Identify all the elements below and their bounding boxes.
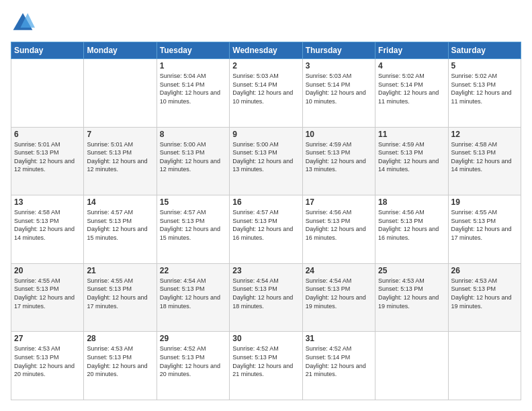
calendar-cell: 4Sunrise: 5:02 AM Sunset: 5:14 PM Daylig… bbox=[375, 59, 448, 128]
calendar-cell: 9Sunrise: 5:00 AM Sunset: 5:13 PM Daylig… bbox=[230, 127, 302, 195]
day-number: 12 bbox=[451, 130, 518, 139]
day-info: Sunrise: 4:54 AM Sunset: 5:13 PM Dayligh… bbox=[306, 277, 372, 310]
week-row-1: 1Sunrise: 5:04 AM Sunset: 5:14 PM Daylig… bbox=[11, 59, 521, 128]
calendar-cell: 7Sunrise: 5:01 AM Sunset: 5:13 PM Daylig… bbox=[84, 127, 157, 195]
day-info: Sunrise: 4:56 AM Sunset: 5:13 PM Dayligh… bbox=[378, 208, 445, 242]
day-number: 9 bbox=[232, 130, 299, 139]
day-info: Sunrise: 4:54 AM Sunset: 5:13 PM Dayligh… bbox=[232, 277, 299, 310]
day-number: 7 bbox=[87, 130, 153, 139]
day-info: Sunrise: 4:58 AM Sunset: 5:13 PM Dayligh… bbox=[451, 140, 518, 174]
day-number: 5 bbox=[451, 61, 518, 71]
calendar-cell: 25Sunrise: 4:53 AM Sunset: 5:13 PM Dayli… bbox=[375, 263, 448, 332]
day-number: 29 bbox=[160, 334, 226, 343]
calendar-cell bbox=[448, 332, 521, 400]
day-number: 8 bbox=[160, 130, 226, 139]
week-row-4: 20Sunrise: 4:55 AM Sunset: 5:13 PM Dayli… bbox=[11, 263, 521, 332]
calendar-cell: 26Sunrise: 4:53 AM Sunset: 5:13 PM Dayli… bbox=[448, 263, 521, 332]
day-info: Sunrise: 4:54 AM Sunset: 5:13 PM Dayligh… bbox=[160, 277, 226, 310]
day-info: Sunrise: 4:55 AM Sunset: 5:13 PM Dayligh… bbox=[14, 277, 81, 310]
calendar-cell: 23Sunrise: 4:54 AM Sunset: 5:13 PM Dayli… bbox=[230, 263, 302, 332]
day-info: Sunrise: 4:53 AM Sunset: 5:13 PM Dayligh… bbox=[451, 277, 518, 310]
calendar: SundayMondayTuesdayWednesdayThursdayFrid… bbox=[11, 42, 521, 400]
day-number: 4 bbox=[378, 61, 445, 71]
calendar-cell bbox=[375, 332, 448, 400]
calendar-cell: 10Sunrise: 4:59 AM Sunset: 5:13 PM Dayli… bbox=[302, 127, 375, 195]
day-info: Sunrise: 4:53 AM Sunset: 5:13 PM Dayligh… bbox=[378, 277, 445, 310]
day-number: 15 bbox=[160, 197, 226, 207]
day-number: 1 bbox=[160, 61, 226, 71]
weekday-header-friday: Friday bbox=[375, 42, 448, 59]
calendar-cell: 29Sunrise: 4:52 AM Sunset: 5:13 PM Dayli… bbox=[157, 332, 229, 400]
calendar-cell: 6Sunrise: 5:01 AM Sunset: 5:13 PM Daylig… bbox=[11, 127, 84, 195]
day-info: Sunrise: 4:52 AM Sunset: 5:13 PM Dayligh… bbox=[160, 345, 226, 378]
weekday-header-wednesday: Wednesday bbox=[230, 42, 302, 59]
day-number: 31 bbox=[306, 334, 372, 343]
calendar-cell bbox=[84, 59, 157, 128]
day-number: 28 bbox=[87, 334, 153, 343]
calendar-cell: 19Sunrise: 4:55 AM Sunset: 5:13 PM Dayli… bbox=[448, 195, 521, 264]
day-info: Sunrise: 4:53 AM Sunset: 5:13 PM Dayligh… bbox=[87, 345, 153, 378]
calendar-cell: 22Sunrise: 4:54 AM Sunset: 5:13 PM Dayli… bbox=[157, 263, 229, 332]
calendar-cell: 8Sunrise: 5:00 AM Sunset: 5:13 PM Daylig… bbox=[157, 127, 229, 195]
calendar-cell: 28Sunrise: 4:53 AM Sunset: 5:13 PM Dayli… bbox=[84, 332, 157, 400]
day-info: Sunrise: 5:03 AM Sunset: 5:14 PM Dayligh… bbox=[232, 72, 299, 105]
calendar-cell: 31Sunrise: 4:52 AM Sunset: 5:14 PM Dayli… bbox=[302, 332, 375, 400]
day-number: 22 bbox=[160, 266, 226, 275]
day-info: Sunrise: 4:58 AM Sunset: 5:13 PM Dayligh… bbox=[14, 208, 81, 242]
calendar-cell: 30Sunrise: 4:52 AM Sunset: 5:13 PM Dayli… bbox=[230, 332, 302, 400]
day-info: Sunrise: 4:59 AM Sunset: 5:13 PM Dayligh… bbox=[378, 140, 445, 174]
day-info: Sunrise: 5:00 AM Sunset: 5:13 PM Dayligh… bbox=[160, 140, 226, 174]
day-info: Sunrise: 5:03 AM Sunset: 5:14 PM Dayligh… bbox=[306, 72, 372, 105]
day-number: 20 bbox=[14, 266, 81, 275]
day-number: 13 bbox=[14, 197, 81, 207]
day-info: Sunrise: 5:02 AM Sunset: 5:14 PM Dayligh… bbox=[378, 72, 445, 105]
weekday-header-sunday: Sunday bbox=[11, 42, 84, 59]
calendar-cell: 14Sunrise: 4:57 AM Sunset: 5:13 PM Dayli… bbox=[84, 195, 157, 264]
day-info: Sunrise: 4:52 AM Sunset: 5:13 PM Dayligh… bbox=[232, 345, 299, 378]
day-number: 17 bbox=[306, 197, 372, 207]
day-number: 23 bbox=[232, 266, 299, 275]
day-number: 27 bbox=[14, 334, 81, 343]
calendar-cell: 2Sunrise: 5:03 AM Sunset: 5:14 PM Daylig… bbox=[230, 59, 302, 128]
day-info: Sunrise: 5:00 AM Sunset: 5:13 PM Dayligh… bbox=[232, 140, 299, 174]
logo-icon bbox=[11, 11, 35, 35]
day-number: 25 bbox=[378, 266, 445, 275]
logo bbox=[11, 11, 38, 35]
calendar-cell: 11Sunrise: 4:59 AM Sunset: 5:13 PM Dayli… bbox=[375, 127, 448, 195]
day-info: Sunrise: 4:57 AM Sunset: 5:13 PM Dayligh… bbox=[87, 208, 153, 242]
day-number: 10 bbox=[306, 130, 372, 139]
day-number: 30 bbox=[232, 334, 299, 343]
day-number: 16 bbox=[232, 197, 299, 207]
week-row-3: 13Sunrise: 4:58 AM Sunset: 5:13 PM Dayli… bbox=[11, 195, 521, 264]
day-info: Sunrise: 5:04 AM Sunset: 5:14 PM Dayligh… bbox=[160, 72, 226, 105]
day-info: Sunrise: 5:01 AM Sunset: 5:13 PM Dayligh… bbox=[87, 140, 153, 174]
day-number: 14 bbox=[87, 197, 153, 207]
day-number: 21 bbox=[87, 266, 153, 275]
calendar-cell: 16Sunrise: 4:57 AM Sunset: 5:13 PM Dayli… bbox=[230, 195, 302, 264]
day-number: 2 bbox=[232, 61, 299, 71]
calendar-cell: 15Sunrise: 4:57 AM Sunset: 5:13 PM Dayli… bbox=[157, 195, 229, 264]
weekday-header-thursday: Thursday bbox=[302, 42, 375, 59]
day-info: Sunrise: 4:52 AM Sunset: 5:14 PM Dayligh… bbox=[306, 345, 372, 378]
calendar-cell: 21Sunrise: 4:55 AM Sunset: 5:13 PM Dayli… bbox=[84, 263, 157, 332]
calendar-cell: 13Sunrise: 4:58 AM Sunset: 5:13 PM Dayli… bbox=[11, 195, 84, 264]
day-info: Sunrise: 4:59 AM Sunset: 5:13 PM Dayligh… bbox=[306, 140, 372, 174]
calendar-cell bbox=[11, 59, 84, 128]
day-number: 3 bbox=[306, 61, 372, 71]
day-info: Sunrise: 4:56 AM Sunset: 5:13 PM Dayligh… bbox=[306, 208, 372, 242]
calendar-cell: 24Sunrise: 4:54 AM Sunset: 5:13 PM Dayli… bbox=[302, 263, 375, 332]
week-row-2: 6Sunrise: 5:01 AM Sunset: 5:13 PM Daylig… bbox=[11, 127, 521, 195]
day-info: Sunrise: 4:53 AM Sunset: 5:13 PM Dayligh… bbox=[14, 345, 81, 378]
day-number: 19 bbox=[451, 197, 518, 207]
page: SundayMondayTuesdayWednesdayThursdayFrid… bbox=[0, 0, 532, 411]
week-row-5: 27Sunrise: 4:53 AM Sunset: 5:13 PM Dayli… bbox=[11, 332, 521, 400]
calendar-cell: 27Sunrise: 4:53 AM Sunset: 5:13 PM Dayli… bbox=[11, 332, 84, 400]
day-info: Sunrise: 4:57 AM Sunset: 5:13 PM Dayligh… bbox=[160, 208, 226, 242]
day-number: 11 bbox=[378, 130, 445, 139]
day-number: 24 bbox=[306, 266, 372, 275]
calendar-cell: 12Sunrise: 4:58 AM Sunset: 5:13 PM Dayli… bbox=[448, 127, 521, 195]
day-info: Sunrise: 5:02 AM Sunset: 5:13 PM Dayligh… bbox=[451, 72, 518, 105]
day-info: Sunrise: 5:01 AM Sunset: 5:13 PM Dayligh… bbox=[14, 140, 81, 174]
calendar-cell: 3Sunrise: 5:03 AM Sunset: 5:14 PM Daylig… bbox=[302, 59, 375, 128]
day-number: 6 bbox=[14, 130, 81, 139]
